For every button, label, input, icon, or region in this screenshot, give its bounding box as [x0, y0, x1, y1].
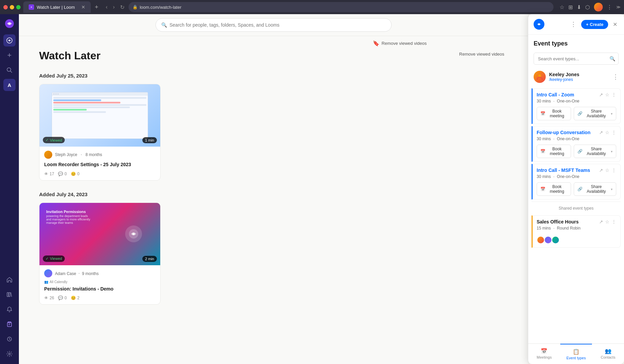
- screen-mockup: [52, 92, 148, 139]
- star-icon-shared[interactable]: ☆: [605, 219, 609, 224]
- browser-tab[interactable]: Watch Later | Loom ✕: [23, 1, 91, 13]
- close-tab-button[interactable]: ✕: [81, 4, 85, 10]
- browser-actions: ☆ ⊞ ⬇ ⬡ ⋮ ≫: [560, 3, 621, 11]
- sidebar-item-watch-later[interactable]: [3, 318, 16, 330]
- share-availability-button-1[interactable]: 🔗 Share Availability ▾: [574, 107, 616, 120]
- browser-menu-icon[interactable]: ⋮: [607, 4, 612, 10]
- page-header: Watch Later Remove viewed videos: [39, 50, 508, 62]
- event-type-name-3[interactable]: Intro Call - MSFT Teams: [537, 168, 599, 173]
- share-availability-button-3[interactable]: 🔗 Share Availability ▾: [574, 182, 616, 196]
- tab-meetings[interactable]: 📅 Meetings: [528, 344, 560, 364]
- extensions-icon[interactable]: ⊞: [568, 4, 573, 10]
- user-more-button[interactable]: ⋮: [613, 73, 619, 81]
- book-meeting-button-1[interactable]: 📅 Book meeting: [537, 107, 571, 120]
- shared-avatars: [537, 234, 616, 244]
- tab-contacts[interactable]: 👥 Contacts: [592, 344, 624, 364]
- duration-badge-1: 1 min: [142, 137, 157, 143]
- app-container: + A: [0, 14, 624, 364]
- search-wrap: 🔍: [534, 53, 619, 65]
- svg-line-6: [10, 71, 12, 73]
- browser-chrome: Watch Later | Loom ✕ + ‹ › ↻ 🔒 loom.com/…: [0, 0, 624, 14]
- minimize-window-button[interactable]: [10, 5, 14, 9]
- sidebar-item-settings[interactable]: [3, 348, 16, 360]
- event-type-meta-3: 30 mins · One-on-One: [537, 174, 616, 179]
- lock-icon: 🔒: [133, 5, 138, 9]
- panel-more-button[interactable]: ⋮: [569, 19, 578, 29]
- sidebar-item-my-looms[interactable]: [3, 34, 16, 47]
- external-link-icon-2[interactable]: ↗: [599, 130, 603, 135]
- search-icon-panel: 🔍: [609, 56, 615, 61]
- sidebar-item-search[interactable]: [3, 64, 16, 76]
- author-team: 👥 All Calendly: [44, 280, 155, 284]
- back-button[interactable]: ‹: [105, 3, 109, 11]
- star-icon-2[interactable]: ☆: [605, 130, 609, 135]
- search-input[interactable]: [170, 22, 386, 28]
- forward-button[interactable]: ›: [112, 3, 116, 11]
- star-icon-3[interactable]: ☆: [605, 168, 609, 173]
- main-content: 🔍 Watch Later Remove viewed videos Added…: [19, 14, 528, 364]
- svg-point-13: [133, 233, 135, 235]
- star-icon-1[interactable]: ☆: [605, 92, 609, 97]
- section-date-1: Added July 25, 2023: [39, 73, 508, 79]
- book-meeting-button-3[interactable]: 📅 Book meeting: [537, 182, 571, 196]
- user-profile-info: Keeley Jones /keeley-jones: [549, 72, 609, 82]
- remove-viewed-container[interactable]: 🔖 Remove viewed videos: [373, 40, 427, 47]
- close-window-button[interactable]: [3, 5, 8, 9]
- video-thumbnail-2[interactable]: Invitation Permissions powering the depa…: [39, 203, 160, 265]
- shared-event-type-item-1: Sales Office Hours ↗ ☆ ⋮ 15 mins · Round…: [532, 215, 621, 248]
- more-icon-2[interactable]: ⋮: [612, 130, 616, 135]
- external-link-icon-1[interactable]: ↗: [599, 92, 603, 97]
- create-button[interactable]: + Create: [581, 20, 608, 29]
- sidebar-item-avatar-a[interactable]: A: [3, 79, 16, 91]
- loom-logo[interactable]: [4, 18, 15, 29]
- event-type-header-1: Intro Call - Zoom ↗ ☆ ⋮: [537, 92, 616, 97]
- sidebar-item-library[interactable]: [3, 289, 16, 301]
- viewed-badge-1: ✓ true Viewed: [43, 137, 65, 143]
- event-type-name-2[interactable]: Follow-up Conversation: [537, 130, 599, 135]
- event-type-actions-1: ↗ ☆ ⋮: [599, 92, 616, 97]
- more-icon-3[interactable]: ⋮: [612, 168, 616, 173]
- bookmark-star-icon[interactable]: ☆: [560, 4, 564, 10]
- check-icon-2: ✓: [46, 256, 49, 261]
- shared-event-type-name-1[interactable]: Sales Office Hours: [537, 219, 599, 224]
- sidebar-item-recents[interactable]: [3, 333, 16, 345]
- share-availability-button-2[interactable]: 🔗 Share Availability ▾: [574, 145, 616, 158]
- video-title-2[interactable]: Permission: Invitations - Demo: [44, 286, 155, 293]
- global-search[interactable]: 🔍: [155, 18, 392, 32]
- address-bar[interactable]: 🔒 loom.com/watch-later: [129, 2, 554, 12]
- screen-cast-icon[interactable]: ⬡: [585, 4, 590, 10]
- author-name-2: Adam Case: [55, 271, 76, 276]
- book-meeting-button-2[interactable]: 📅 Book meeting: [537, 145, 571, 158]
- remove-viewed-button[interactable]: Remove viewed videos: [456, 50, 508, 59]
- video-title-1[interactable]: Loom Recorder Settings - 25 July 2023: [44, 161, 155, 168]
- video-thumbnail-1[interactable]: ✓ true Viewed 1 min: [39, 84, 160, 147]
- bookmark-icon: 🔖: [373, 40, 379, 47]
- maximize-window-button[interactable]: [16, 5, 21, 9]
- sidebar-item-add[interactable]: +: [3, 49, 16, 61]
- page-title: Watch Later: [39, 50, 101, 62]
- reactions-stat-2: 😊 2: [71, 296, 80, 300]
- more-icon-1[interactable]: ⋮: [612, 92, 616, 97]
- sidebar-item-notifications[interactable]: [3, 303, 16, 315]
- external-link-icon-shared[interactable]: ↗: [599, 219, 603, 224]
- video-author-1: Steph Joyce · 8 months: [44, 151, 155, 159]
- event-type-name-1[interactable]: Intro Call - Zoom: [537, 92, 599, 97]
- browser-user-avatar[interactable]: [594, 3, 603, 11]
- calendly-panel: ⋮ + Create ✕ Event types 🔍 Keeley Jones: [528, 14, 624, 364]
- shared-section-label: Shared event types: [532, 202, 621, 213]
- external-link-icon-3[interactable]: ↗: [599, 168, 603, 173]
- reactions-stat-1: 😊 0: [71, 172, 80, 176]
- close-panel-button[interactable]: ✕: [612, 20, 619, 29]
- browser-navigation: ‹ › ↻: [105, 3, 126, 12]
- sidebar-item-home[interactable]: [3, 274, 16, 286]
- new-tab-button[interactable]: +: [95, 4, 98, 11]
- collapse-panel-icon[interactable]: ≫: [616, 5, 621, 9]
- tab-event-types[interactable]: 📋 Event types: [560, 344, 592, 364]
- search-icon: 🔍: [161, 22, 167, 28]
- more-icon-shared[interactable]: ⋮: [612, 219, 616, 224]
- reload-button[interactable]: ↻: [119, 3, 126, 12]
- calendar-icon-3: 📅: [540, 187, 545, 191]
- download-icon[interactable]: ⬇: [577, 4, 581, 10]
- author-avatar-2: [44, 269, 52, 277]
- event-type-search[interactable]: [534, 53, 619, 65]
